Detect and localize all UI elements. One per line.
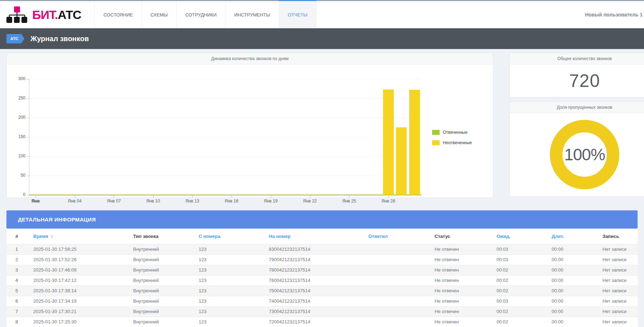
column-header-2[interactable]: Время▽ — [33, 229, 133, 244]
table-row-4[interactable]: 42025-01-30 17:42:12Внутренний1237600421… — [6, 275, 638, 285]
missed-share-donut: 100% — [550, 120, 619, 189]
cell-r7-c9: 00:00 — [552, 306, 602, 317]
nav-tab-5[interactable]: ОТЧЕТЫ — [279, 1, 316, 28]
table-row-6[interactable]: 62025-01-30 17:34:19Внутренний1237400421… — [6, 296, 638, 306]
cell-r1-c1: 1 — [6, 244, 33, 254]
cell-r5-c4: 123 — [199, 285, 269, 296]
cell-r8-c9: 00:00 — [552, 317, 602, 327]
nav-tab-1[interactable]: СОСТОЯНИЕ — [95, 1, 141, 28]
x-axis-label-25: Янв 25 — [342, 199, 356, 204]
cell-r6-c3: Внутренний — [133, 296, 199, 306]
bar-Неотвеченные-day30[interactable] — [409, 90, 420, 195]
breadcrumb-bar: АТС Журнал звонков — [0, 28, 644, 49]
calls-by-day-chart-panel: Динамика количества звонков по дням 0501… — [6, 53, 493, 198]
table-row-3[interactable]: 32025-01-30 17:46:09Внутренний1237800421… — [6, 265, 638, 275]
column-header-3: Тип звонка — [133, 229, 199, 244]
cell-r6-c4: 123 — [199, 296, 269, 306]
table-row-5[interactable]: 52025-01-30 17:38:14Внутренний1237500421… — [6, 285, 638, 296]
table-row-1[interactable]: 12025-01-30 17:56:25Внутренний1238300421… — [6, 244, 638, 254]
logo[interactable]: БИТ.АТС — [0, 1, 89, 28]
cell-r6-c2: 2025-01-30 17:34:19 — [33, 296, 133, 306]
cell-r5-c9: 00:00 — [552, 285, 602, 296]
x-tick-25 — [349, 196, 349, 197]
cell-r3-c2: 2025-01-30 17:46:09 — [33, 265, 133, 275]
cell-r5-c7: Не отвечен — [435, 285, 497, 296]
y-axis-label-150: 150 — [10, 134, 25, 139]
atc-badge[interactable]: АТС — [6, 34, 24, 44]
cell-r7-c6 — [368, 306, 435, 317]
cell-r7-c5: 7300421232137514 — [269, 306, 368, 317]
legend-swatch-2 — [432, 140, 440, 145]
cell-r4-c1: 4 — [6, 275, 33, 285]
cell-r8-c1: 8 — [6, 317, 33, 327]
bar-Неотвеченные-day29[interactable] — [396, 127, 407, 195]
cell-r8-c6 — [368, 317, 435, 327]
cell-r6-c1: 6 — [6, 296, 33, 306]
column-header-6[interactable]: Ответил — [368, 229, 435, 244]
x-tick-13 — [192, 196, 193, 197]
table-row-7[interactable]: 72025-01-30 17:30:21Внутренний1237300421… — [6, 306, 638, 317]
cell-r7-c8: 00:02 — [497, 306, 552, 317]
x-axis-label-1: Янв — [32, 199, 40, 204]
nav-tabs: СОСТОЯНИЕСХЕМЫСОТРУДНИКИИНСТРУМЕНТЫОТЧЕТ… — [95, 1, 316, 28]
org-chart-logo-icon — [6, 6, 27, 24]
y-axis-label-50: 50 — [10, 173, 25, 178]
x-axis-label-16: Янв 16 — [225, 199, 238, 204]
cell-r1-c3: Внутренний — [133, 244, 199, 254]
cell-r7-c7: Не отвечен — [435, 306, 497, 317]
y-axis-label-100: 100 — [10, 153, 25, 158]
cell-r5-c6 — [368, 285, 435, 296]
cell-r1-c2: 2025-01-30 17:56:25 — [33, 244, 133, 254]
y-axis-label-200: 200 — [10, 115, 25, 120]
cell-r7-c1: 7 — [6, 306, 33, 317]
cell-r2-c2: 2025-01-30 17:52:26 — [33, 254, 133, 265]
cell-r3-c5: 7800421232137514 — [269, 265, 368, 275]
cell-r3-c8: 00:02 — [497, 265, 552, 275]
x-tick-22 — [310, 196, 310, 197]
cell-r6-c9: 00:00 — [552, 296, 602, 306]
nav-tab-2[interactable]: СХЕМЫ — [141, 1, 176, 28]
nav-tab-4[interactable]: ИНСТРУМЕНТЫ — [225, 1, 279, 28]
cell-r6-c7: Не отвечен — [435, 296, 497, 306]
missed-share-value: 100% — [564, 145, 605, 164]
cell-r2-c7: Не отвечен — [435, 254, 497, 265]
legend-item-2[interactable]: Неотвеченные — [432, 140, 472, 145]
cell-r7-c2: 2025-01-30 17:30:21 — [33, 306, 133, 317]
cell-r8-c4: 123 — [199, 317, 269, 327]
column-header-5[interactable]: На номер — [269, 229, 368, 244]
cell-r8-c5: 7200421232137514 — [269, 317, 368, 327]
cell-r3-c1: 3 — [6, 265, 33, 275]
table-row-2[interactable]: 22025-01-30 17:52:26Внутренний1237900421… — [6, 254, 638, 265]
cell-r5-c10: Нет записи — [602, 285, 638, 296]
cell-r4-c5: 7600421232137514 — [269, 275, 368, 285]
x-axis-label-4: Янв 04 — [68, 199, 82, 204]
legend-swatch-1 — [432, 130, 440, 135]
user-menu[interactable]: Новый пользователь 1 — [585, 1, 644, 28]
column-header-4[interactable]: С номера — [199, 229, 269, 244]
column-header-9[interactable]: Длит. — [552, 229, 602, 244]
x-tick-4 — [75, 196, 75, 197]
column-header-8[interactable]: Ожид. — [497, 229, 552, 244]
missed-share-title: Доля пропущенных звонков — [510, 102, 644, 113]
table-row-8[interactable]: 82025-01-30 17:25:30Внутренний1237200421… — [6, 317, 638, 327]
chart-title: Динамика количества звонков по дням — [7, 53, 493, 64]
bar-Неотвеченные-day28[interactable] — [383, 89, 394, 195]
cell-r4-c4: 123 — [199, 275, 269, 285]
bar-chart-plot: 050100150200250300ЯнвЯнв 04Янв 07Янв 10Я… — [7, 64, 493, 197]
legend-item-1[interactable]: Отвеченные — [432, 130, 472, 135]
nav-tab-3[interactable]: СОТРУДНИКИ — [176, 1, 226, 28]
brand-title: БИТ.АТС — [32, 8, 81, 22]
cell-r3-c7: Не отвечен — [435, 265, 497, 275]
total-calls-panel: Общее количество звонков 720 — [509, 53, 644, 97]
cell-r1-c6 — [368, 244, 435, 254]
calls-table-body: 12025-01-30 17:56:25Внутренний1238300421… — [6, 244, 638, 327]
y-gridline-200 — [29, 118, 421, 118]
column-header-1: # — [6, 229, 33, 244]
x-axis-label-28: Янв 28 — [382, 199, 395, 204]
x-axis-label-10: Янв 10 — [146, 199, 160, 204]
x-axis-label-19: Янв 19 — [264, 199, 277, 204]
cell-r6-c8: 00:03 — [497, 296, 552, 306]
cell-r3-c3: Внутренний — [133, 265, 199, 275]
x-axis-label-13: Янв 13 — [185, 199, 199, 204]
cell-r2-c5: 7900421232137514 — [269, 254, 368, 265]
